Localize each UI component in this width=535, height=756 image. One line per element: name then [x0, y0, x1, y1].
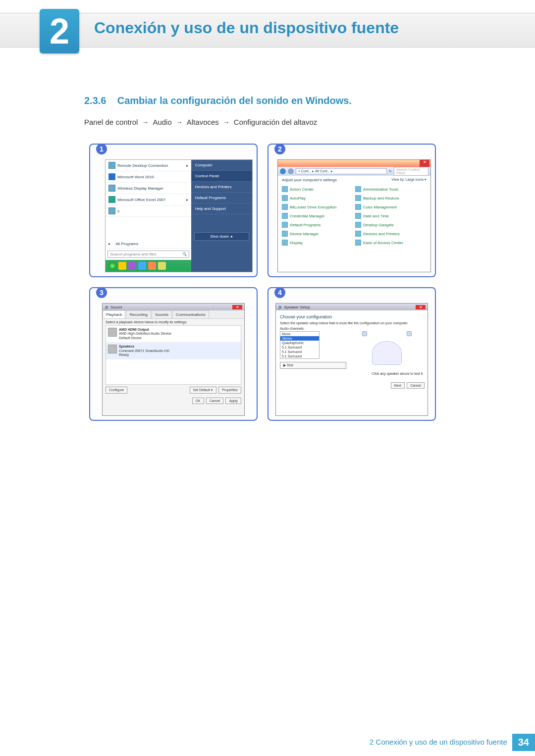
search-input[interactable]: Search programs and files🔍 [107, 251, 189, 258]
close-icon[interactable]: ✕ [416, 305, 426, 309]
cp-item[interactable]: Action Center [282, 185, 353, 193]
menu-label: Microsoft Office Excel 2007 [117, 198, 165, 202]
breadcrumb[interactable]: « Cont... ▸ All Cont... ▸ [296, 168, 387, 174]
item-label: Backup and Restore [363, 196, 399, 201]
list-item[interactable]: Quadraphonic [280, 341, 319, 345]
list-item[interactable]: 5.1 Surround [280, 354, 319, 358]
apply-button[interactable]: Apply [225, 398, 241, 404]
configure-button[interactable]: Configure [106, 387, 127, 394]
panel-heading: Adjust your computer's settings [282, 178, 337, 182]
view-by-select[interactable]: View by: Large icons ▾ [392, 178, 427, 182]
cancel-button[interactable]: Cancel [407, 382, 425, 389]
close-icon[interactable]: ✕ [232, 305, 242, 309]
start-menu-link[interactable]: Devices and Printers [191, 182, 252, 193]
speaker-right-icon[interactable] [407, 331, 412, 336]
item-label: BitLocker Drive Encryption [290, 205, 336, 209]
device-text: AMD HDMI OutputAMD High Definition Audio… [119, 328, 171, 340]
explorer-toolbar: « Cont... ▸ All Cont... ▸ ↻ Search Contr… [278, 167, 430, 176]
item-label: Color Management [363, 205, 397, 209]
cp-item[interactable]: Color Management [355, 203, 427, 211]
start-menu-link[interactable]: Help and Support [191, 203, 252, 214]
cp-item[interactable]: Date and Time [355, 212, 427, 220]
list-label: Audio channels: [280, 327, 346, 330]
cp-item[interactable]: Ease of Access Center [355, 239, 427, 247]
window-titlebar: 🔊 Sound ✕ [103, 303, 244, 310]
taskbar-icon[interactable] [158, 262, 166, 270]
close-icon[interactable]: ✕ [420, 160, 429, 167]
section-title: Cambiar la configuración del sonido en W… [117, 95, 352, 106]
ease-icon [355, 240, 361, 246]
color-icon [355, 204, 361, 210]
shutdown-button[interactable]: Shut down ▸ [194, 232, 249, 241]
taskbar [106, 260, 191, 272]
forward-button-icon[interactable] [288, 168, 294, 174]
cp-item[interactable]: Default Programs [282, 221, 353, 229]
cp-item[interactable]: Display [282, 239, 353, 247]
start-menu-item[interactable]: Microsoft Word 2010 [106, 171, 191, 183]
start-menu-item[interactable]: s [106, 205, 191, 217]
ok-button[interactable]: OK [192, 398, 204, 404]
footer-chapter-label: 2 Conexión y uso de un dispositivo fuent… [365, 734, 512, 751]
start-menu-item[interactable]: Microsoft Office Excel 2007▸ [106, 194, 191, 205]
tab-communications[interactable]: Communications [172, 310, 209, 318]
cp-item[interactable]: Backup and Restore [355, 194, 427, 202]
device-item[interactable]: AMD HDMI OutputAMD High Definition Audio… [106, 326, 241, 343]
tab-recording[interactable]: Recording [126, 310, 151, 318]
start-menu-link[interactable]: Computer [191, 160, 252, 171]
cp-item[interactable]: Devices and Printers [355, 230, 427, 238]
cancel-button[interactable]: Cancel [206, 398, 224, 404]
search-icon: 🔍 [182, 252, 187, 256]
cp-item[interactable]: BitLocker Drive Encryption [282, 203, 353, 211]
next-button[interactable]: Next [391, 382, 405, 389]
item-label: Credential Manager [290, 214, 324, 218]
item-label: Date and Time [363, 214, 389, 218]
taskbar-icon[interactable] [138, 262, 146, 270]
properties-button[interactable]: Properties [218, 387, 241, 394]
list-item[interactable]: Mono [280, 332, 319, 336]
start-menu-item[interactable]: Wireless Display Manager [106, 183, 191, 194]
start-menu-item[interactable]: Remote Desktop Connection▸ [106, 160, 191, 171]
screenshot-1-start-menu: 1 Remote Desktop Connection▸ Microsoft W… [89, 144, 258, 277]
start-menu-link-control-panel[interactable]: Control Panel [191, 171, 252, 182]
device-item-selected[interactable]: SpeakersConexant 20671 SmartAudio HDRead… [106, 343, 241, 359]
audio-channels-list[interactable]: Mono Stereo Quadraphonic 5.1 Surround 5.… [280, 331, 320, 359]
tab-sounds[interactable]: Sounds [152, 310, 172, 318]
app-icon [108, 173, 115, 180]
dialog-heading: Choose your configuration [280, 314, 424, 319]
app-icon [108, 196, 115, 203]
page-footer: 2 Conexión y uso de un dispositivo fuent… [365, 734, 535, 751]
list-item[interactable]: 5.1 Surround [280, 350, 319, 354]
cp-item[interactable]: Desktop Gadgets [355, 221, 427, 229]
cp-item[interactable]: AutoPlay [282, 194, 353, 202]
section-number: 2.3.6 [84, 95, 106, 106]
set-default-button[interactable]: Set Default ▾ [190, 387, 217, 394]
start-menu-left-column: Remote Desktop Connection▸ Microsoft Wor… [106, 160, 191, 272]
speaker-left-icon[interactable] [362, 331, 367, 336]
list-item-selected[interactable]: Stereo [280, 336, 319, 341]
navigation-path: Panel de control → Audio → Altavoces → C… [84, 118, 317, 126]
taskbar-icon[interactable] [118, 262, 126, 270]
refresh-icon[interactable]: ↻ [389, 169, 392, 173]
cp-item[interactable]: Administrative Tools [355, 185, 427, 193]
start-menu: Remote Desktop Connection▸ Microsoft Wor… [105, 159, 253, 272]
menu-label: All Programs [115, 242, 138, 246]
step-badge-3: 3 [96, 287, 107, 298]
back-button-icon[interactable] [280, 168, 286, 174]
list-item[interactable]: 5.1 Surround [280, 345, 319, 350]
cp-item[interactable]: Device Manager [282, 230, 353, 238]
programs-icon [282, 222, 288, 228]
start-button-icon[interactable] [108, 262, 116, 270]
taskbar-icon[interactable] [128, 262, 136, 270]
tab-row: Playback Recording Sounds Communications [103, 310, 244, 319]
window-titlebar: 🔊 Speaker Setup ✕ [276, 303, 428, 310]
start-menu-link[interactable]: Default Programs [191, 193, 252, 203]
arrow-icon: → [223, 118, 230, 126]
window-title: 🔊 Speaker Setup [278, 305, 310, 309]
test-button[interactable]: ▶ Test [280, 362, 346, 369]
tab-playback[interactable]: Playback [103, 310, 125, 318]
dialog-buttons-row: OK Cancel Apply [103, 396, 244, 406]
taskbar-icon[interactable] [148, 262, 156, 270]
search-input[interactable]: Search Control Panel [394, 167, 428, 176]
all-programs-button[interactable]: ▸ All Programs [106, 240, 191, 249]
cp-item[interactable]: Credential Manager [282, 212, 353, 220]
